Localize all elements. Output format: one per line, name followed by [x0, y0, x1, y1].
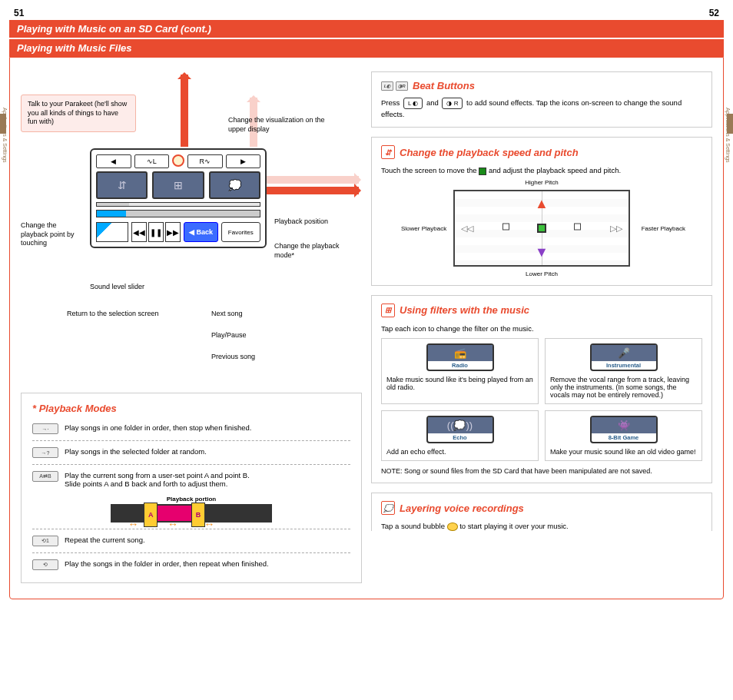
speed-pitch-grid[interactable]: ◁◁▷▷ ▲ ▼ [453, 190, 630, 267]
play-pause-button[interactable]: ❚❚ [148, 222, 164, 242]
page-number-right: 52 [709, 8, 719, 18]
prev-button[interactable]: ◀◀ [131, 222, 147, 242]
l-drum-button[interactable]: ∿ L [134, 154, 170, 168]
next-button[interactable]: ▶▶ [165, 222, 181, 242]
seek-slider[interactable] [96, 202, 260, 207]
arrow-right [267, 176, 359, 184]
speed-pitch-icon: ⇵ [381, 145, 395, 159]
playback-modes-section: * Playback Modes →·Play songs in one fol… [21, 393, 362, 583]
marker-b[interactable]: B [191, 503, 205, 527]
parakeet-tip: Talk to your Parakeet (he'll show you al… [21, 95, 136, 132]
mode-desc: Play songs in one folder in order, then … [65, 423, 251, 432]
mode-desc: Play the current song from a user-set po… [65, 471, 250, 479]
playback-track[interactable] [96, 210, 260, 217]
speed-text: and adjust the playback speed and pitch. [489, 166, 621, 174]
green-marker-icon [479, 168, 486, 175]
divider [32, 464, 350, 465]
callout-change-point: Change the playback point by touching [21, 221, 82, 248]
filters-section: ⊞Using filters with the music Tap each i… [371, 295, 712, 483]
callout-playpause: Play/Pause [211, 331, 247, 340]
arrow-down-icon: ▼ [535, 244, 549, 260]
callout-sound-slider: Sound level slider [90, 283, 144, 292]
callout-viz: Change the visualization on the upper di… [228, 116, 336, 134]
side-tab-left: Applications & Settings [2, 108, 8, 163]
filter-desc: Add an echo effect. [386, 448, 533, 456]
header-main: Playing with Music on an SD Card (cont.) [9, 20, 724, 38]
header-sub: Playing with Music Files [9, 39, 724, 57]
marker-a[interactable]: A [144, 503, 158, 527]
speed-pitch-button[interactable]: ⇵ [96, 171, 148, 199]
filter-desc: Make music sound like it's being played … [386, 376, 533, 391]
mode-desc: Play songs in the selected folder at ran… [65, 447, 207, 456]
layer-icon: 💭 [381, 501, 395, 515]
speed-pitch-handle[interactable] [537, 224, 546, 233]
beat-icons: L◐◑R [381, 81, 408, 91]
beat-text: and [426, 98, 439, 107]
filter-instrumental-button[interactable]: 🎤Instrumental [590, 343, 658, 371]
mode-desc: Repeat the current song. [65, 536, 145, 544]
arrow-up-icon: ▲ [535, 196, 549, 212]
mode-icon-repeat-all: ⟲ [32, 559, 58, 570]
voice-layer-button[interactable]: 💭 [209, 171, 260, 199]
callout-return: Return to the selection screen [67, 310, 159, 319]
side-tab-right: Applications & Settings [725, 108, 731, 163]
r-drum-button[interactable]: R ∿ [187, 154, 223, 168]
viz-next-button[interactable]: ▶ [226, 154, 261, 168]
volume-slider[interactable] [96, 222, 128, 242]
filter-desc: Make your music sound like an old video … [550, 448, 697, 456]
beat-title: Beat Buttons [413, 80, 475, 91]
layering-section: 💭Layering voice recordings Tap a sound b… [371, 493, 712, 531]
speed-title: Change the playback speed and pitch [400, 147, 579, 158]
filter-echo-button[interactable]: ((💭))Echo [426, 416, 494, 443]
callout-next: Next song [211, 310, 243, 319]
layer-text: to start playing it over your music. [459, 522, 569, 530]
divider [32, 529, 350, 529]
filters-note: NOTE: Song or sound files from the SD Ca… [381, 467, 702, 475]
playback-portion-label: Playback portion [32, 496, 350, 503]
filter-8bit-button[interactable]: 👾8-Bit Game [590, 416, 658, 443]
filters-title: Using filters with the music [400, 304, 529, 316]
filter-button[interactable]: ⊞ [152, 171, 204, 199]
slide-arrow-icon: ↔ [204, 518, 214, 530]
label-slower: Slower Playback [401, 224, 446, 231]
label-higher-pitch: Higher Pitch [525, 179, 559, 186]
mode-icon-repeat-one: ⟲1 [32, 536, 58, 546]
callout-change-mode: Change the playback mode* [274, 242, 359, 260]
callout-playback-pos: Playback position [274, 217, 328, 227]
page-number-left: 51 [14, 8, 24, 18]
slide-arrow-icon: ↔ [128, 518, 139, 530]
filter-desc: Remove the vocal range from a track, lea… [550, 376, 697, 399]
r-key-icon: ◑ R [442, 98, 463, 109]
playback-modes-title: * Playback Modes [32, 403, 350, 414]
label-lower-pitch: Lower Pitch [526, 270, 558, 277]
filter-8bit: 👾8-Bit Game Make your music sound like a… [545, 410, 702, 461]
divider [32, 440, 350, 441]
mode-icon-ab: A⇄B [32, 471, 58, 482]
label-faster: Faster Playback [642, 224, 685, 231]
favorites-button[interactable]: Favorites [221, 222, 261, 242]
sound-bubble-icon [447, 523, 458, 531]
layer-text: Tap a sound bubble [381, 522, 445, 530]
speed-text: Touch the screen to move the [381, 166, 477, 174]
filter-instrumental: 🎤Instrumental Remove the vocal range fro… [545, 338, 702, 404]
arrow-up [181, 75, 188, 147]
callout-prev: Previous song [211, 353, 255, 362]
filter-icon: ⊞ [381, 304, 395, 317]
mode-desc: Play the songs in the folder in order, t… [65, 559, 269, 568]
ab-bar: A B ↔ ↔ ↔ [111, 504, 272, 523]
divider [32, 552, 350, 553]
filter-echo: ((💭))Echo Add an echo effect. [381, 410, 539, 461]
filters-text: Tap each icon to change the filter on th… [381, 323, 702, 333]
slide-arrow-icon: ↔ [167, 518, 178, 530]
beat-buttons-section: L◐◑R Beat Buttons Press L ◐ and ◑ R to a… [371, 71, 712, 128]
beat-text: Press [381, 98, 400, 107]
arrow-right [267, 187, 359, 194]
parakeet-icon[interactable] [172, 154, 184, 167]
filter-radio-button[interactable]: 📻Radio [426, 343, 494, 371]
layer-title: Layering voice recordings [400, 503, 524, 514]
mode-icon-once: →· [32, 423, 58, 434]
viz-prev-button[interactable]: ◀ [96, 154, 131, 168]
speed-pitch-section: ⇵Change the playback speed and pitch Tou… [371, 137, 712, 285]
mode-desc: Slide points A and B back and forth to a… [65, 479, 250, 488]
back-button[interactable]: ◀ Back [184, 222, 217, 242]
